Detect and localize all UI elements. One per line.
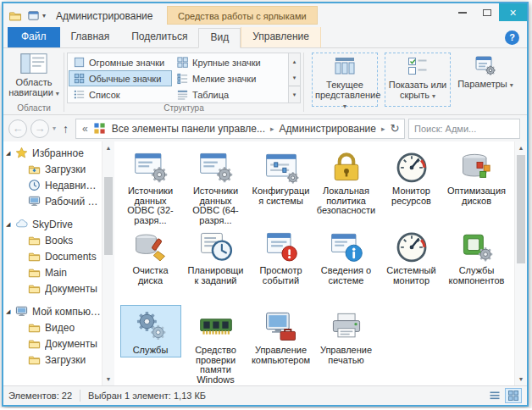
file-item[interactable]: Очистка диска: [118, 225, 183, 305]
file-item[interactable]: Локальная политика безопасности: [313, 146, 379, 225]
sidebar-section-computer[interactable]: ◢Мой компьютер: [3, 303, 102, 319]
large-view-icon: [176, 56, 189, 69]
sidebar-section-skydrive[interactable]: ◢SkyDrive: [3, 216, 102, 232]
refresh-icon[interactable]: ↻: [387, 122, 403, 135]
file-item[interactable]: Управление компьютером: [248, 305, 313, 385]
sidebar-section-favorites[interactable]: ◢Избранное: [3, 145, 102, 161]
file-item-label: Очистка диска: [121, 266, 180, 285]
layout-option[interactable]: Мелкие значки: [172, 70, 275, 86]
expander-icon[interactable]: ◢: [6, 308, 15, 315]
file-item[interactable]: Системный монитор: [379, 225, 444, 305]
sidebar-item[interactable]: Недавние мес...: [3, 177, 102, 193]
layout-option[interactable]: Список: [69, 86, 172, 102]
file-item[interactable]: Службы: [118, 305, 183, 385]
file-item[interactable]: Монитор ресурсов: [379, 146, 444, 225]
breadcrumb: Все элементы панели управле...▸Администр…: [108, 123, 387, 135]
huge-view-icon: [73, 56, 86, 69]
maximize-button[interactable]: [474, 3, 499, 21]
gallery-more-icon[interactable]: ▾: [289, 86, 300, 102]
sidebar-item[interactable]: Загрузки: [3, 352, 102, 368]
ribbon-button-current-view[interactable]: Текущее представление ▾: [312, 53, 378, 107]
navigation-pane-button[interactable]: Область навигации ▾: [7, 50, 61, 99]
gallery-scroll-up-icon[interactable]: ▴: [289, 53, 300, 69]
breadcrumb-separator-icon[interactable]: ▸: [269, 125, 276, 133]
layout-option[interactable]: Огромные значки: [69, 54, 172, 70]
file-item[interactable]: Управление печатью: [313, 305, 379, 385]
status-bar: Элементов: 22 Выбран 1 элемент: 1,13 КБ: [3, 385, 527, 405]
scrollbar-thumb[interactable]: [517, 155, 525, 263]
file-item[interactable]: Конфигурация системы: [248, 146, 313, 225]
sidebar-item[interactable]: Books: [3, 232, 102, 248]
downloads-icon: [28, 163, 41, 175]
ribbon-button-options[interactable]: Параметры ▾: [457, 53, 513, 107]
file-item-label: Системный монитор: [382, 266, 441, 285]
address-bar[interactable]: « Все элементы панели управле...▸Админис…: [75, 119, 405, 139]
cloud-icon: [15, 218, 28, 230]
folder-icon: [28, 282, 41, 295]
sidebar-scrollbar[interactable]: ▲ ▼: [102, 141, 114, 385]
up-button[interactable]: ↑: [59, 122, 72, 136]
small-view-icon: [176, 72, 189, 85]
scroll-down-icon[interactable]: ▼: [103, 373, 114, 385]
dropdown-arrow-icon: ▾: [510, 81, 513, 89]
list-view-icon: [73, 88, 86, 101]
forward-button[interactable]: →: [30, 119, 49, 138]
sidebar-item[interactable]: Documents: [3, 248, 102, 264]
details-view-button[interactable]: [486, 388, 503, 403]
file-item[interactable]: Просмотр событий: [248, 225, 313, 305]
sidebar-item[interactable]: Документы: [3, 280, 102, 296]
file-item[interactable]: Службы компонентов: [444, 225, 509, 305]
tab-file[interactable]: Файл: [8, 27, 60, 47]
minimize-icon: [458, 12, 467, 14]
folder-icon: [28, 266, 41, 279]
layout-option[interactable]: Обычные значки: [69, 70, 172, 86]
compmgmt-icon: [263, 308, 300, 345]
qat-properties-icon[interactable]: [27, 9, 40, 22]
sidebar-item-label: Загрузки: [45, 354, 86, 366]
ribbon-separator: [64, 53, 64, 112]
file-item[interactable]: Сведения о системе: [313, 225, 379, 305]
sidebar-item[interactable]: Документы: [3, 335, 102, 352]
breadcrumb-separator-icon[interactable]: ▸: [380, 125, 387, 133]
sidebar-item[interactable]: Загрузки: [3, 161, 102, 177]
file-item[interactable]: Планировщик заданий: [183, 225, 248, 305]
ribbon-button-show-hide[interactable]: Показать или скрыть ▾: [385, 53, 451, 107]
gallery-scroll-down-icon[interactable]: ▾: [289, 69, 300, 86]
scroll-up-icon[interactable]: ▲: [515, 141, 527, 154]
recent-locations-arrow-icon[interactable]: ▾: [53, 125, 56, 132]
ribbon-tabs: ФайлГлавнаяПоделитьсяВидУправление: [8, 27, 321, 47]
tab-manage[interactable]: Управление: [241, 27, 321, 47]
close-button[interactable]: ×: [499, 3, 527, 21]
tab-share[interactable]: Поделиться: [120, 27, 198, 47]
desktop-icon: [28, 195, 41, 208]
file-item[interactable]: Оптимизация дисков: [444, 146, 509, 225]
help-button[interactable]: ?: [505, 30, 519, 45]
sidebar-item[interactable]: Видео: [3, 319, 102, 335]
breadcrumb-item[interactable]: Все элементы панели управле...: [108, 123, 269, 135]
contextual-tab-header[interactable]: Средства работы с ярлыками: [167, 6, 318, 25]
layout-option[interactable]: Крупные значки: [172, 54, 275, 70]
qat-customize-arrow-icon[interactable]: ▾: [42, 9, 46, 22]
breadcrumb-overflow-chevron[interactable]: «: [80, 123, 91, 135]
scroll-up-icon[interactable]: ▲: [103, 141, 114, 154]
sidebar-item[interactable]: Рабочий стол: [3, 193, 102, 209]
search-input[interactable]: [408, 119, 520, 139]
file-item[interactable]: Источники данных ODBC (32-разря...: [118, 146, 183, 225]
navigation-pane: ◢ИзбранноеЗагрузкиНедавние мес...Рабочий…: [3, 141, 102, 385]
content-scrollbar[interactable]: ▲ ▼: [514, 141, 527, 385]
scroll-down-icon[interactable]: ▼: [515, 373, 527, 385]
minimize-button[interactable]: [450, 3, 474, 21]
scrollbar-thumb[interactable]: [104, 177, 113, 255]
icons-view-button[interactable]: [505, 388, 522, 403]
file-item[interactable]: Источники данных ODBC (64-разря...: [183, 146, 248, 225]
expander-icon[interactable]: ◢: [6, 221, 15, 228]
expander-icon[interactable]: ◢: [6, 150, 15, 157]
back-button[interactable]: ←: [8, 119, 27, 138]
tab-view[interactable]: Вид: [198, 28, 241, 48]
file-item[interactable]: Средство проверки памяти Windows: [183, 305, 248, 385]
folder-icon: [28, 234, 41, 247]
breadcrumb-item[interactable]: Администрирование: [276, 123, 380, 135]
tab-home[interactable]: Главная: [60, 27, 121, 47]
layout-option[interactable]: Таблица: [172, 86, 275, 102]
sidebar-item[interactable]: Main: [3, 264, 102, 280]
